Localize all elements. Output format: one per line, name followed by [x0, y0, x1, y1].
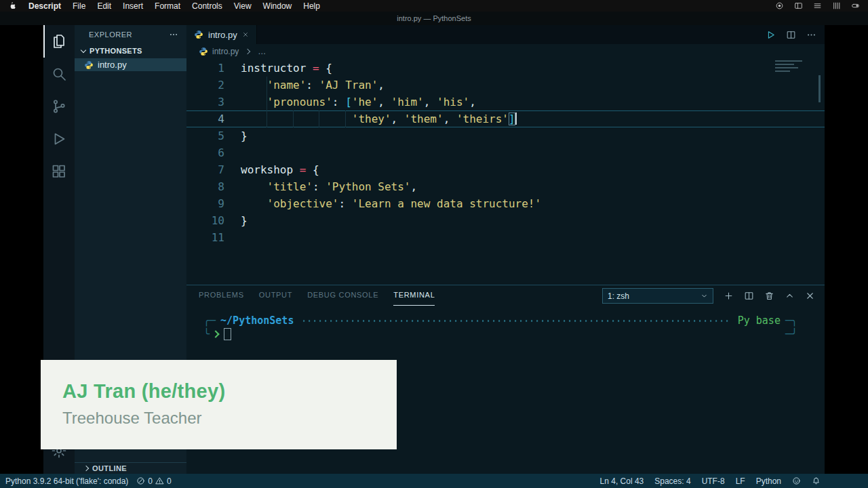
code-editor[interactable]: 1instructor = {2 'name': 'AJ Tran',3 'pr… [186, 59, 825, 285]
close-icon[interactable] [805, 291, 815, 301]
more-actions-icon[interactable] [806, 30, 816, 40]
explorer-icon [51, 33, 67, 49]
terminal[interactable]: ╭─ ~/PythonSets Py base ─╮ ╰ ─╯ [203, 314, 797, 341]
code-line: 7workshop = { [186, 161, 825, 178]
activity-run-debug[interactable] [43, 123, 75, 155]
line-number: 8 [186, 178, 224, 195]
file-list: intro.py [75, 58, 186, 71]
activity-source-control[interactable] [43, 90, 75, 123]
code-line: 11 [186, 229, 825, 246]
split-editor-icon[interactable] [786, 30, 796, 40]
code-text: 'pronouns': ['he', 'him', 'his', [224, 94, 476, 110]
line-number: 11 [186, 229, 224, 246]
terminal-path: ~/PythonSets [216, 314, 298, 327]
menu-item-help[interactable]: Help [303, 1, 320, 11]
activity-explorer[interactable] [43, 25, 75, 58]
chevron-down-icon [701, 292, 708, 300]
frame-top-left: ╭─ [203, 314, 216, 327]
breadcrumb-more[interactable]: … [258, 47, 266, 56]
menu-item-edit[interactable]: Edit [97, 1, 111, 11]
terminal-prompt-line-1: ╭─ ~/PythonSets Py base ─╮ [203, 314, 797, 327]
toggle-icon[interactable] [851, 1, 860, 10]
menu-item-format[interactable]: Format [155, 1, 180, 11]
feedback-icon[interactable] [792, 476, 801, 485]
status-language[interactable]: Python [756, 476, 781, 486]
code-text: 'objective': 'Learn a new data structure… [224, 195, 541, 212]
code-text: 'title': 'Python Sets', [224, 178, 417, 195]
macos-menu-bar: DescriptFileEditInsertFormatControlsView… [0, 0, 868, 12]
run-file-icon[interactable] [766, 30, 776, 40]
menu-item-controls[interactable]: Controls [192, 1, 222, 11]
terminal-env: Py base [733, 314, 785, 327]
list-icon[interactable] [813, 1, 822, 10]
bell-icon[interactable] [812, 476, 821, 485]
terminal-prompt-line-2: ╰ ─╯ [203, 327, 797, 341]
frame-bottom-right: ─╯ [785, 327, 797, 341]
editor-tab-bar: intro.py [186, 25, 825, 44]
menu-item-view[interactable]: View [234, 1, 252, 11]
panel-tab-debug-console[interactable]: DEBUG CONSOLE [307, 285, 378, 305]
panel-tab-problems[interactable]: PROBLEMS [199, 285, 244, 305]
line-number: 5 [186, 127, 224, 144]
panel-tab-terminal[interactable]: TERMINAL [393, 285, 435, 306]
menu-item-insert[interactable]: Insert [123, 1, 143, 11]
code-text [224, 229, 241, 246]
frame-top-right: ─╮ [785, 314, 797, 327]
text-cursor [515, 113, 517, 125]
python-interpreter[interactable]: Python 3.9.2 64-bit ('flake': conda) [5, 476, 128, 486]
python-file-icon [199, 47, 208, 56]
panel-tab-output[interactable]: OUTPUT [259, 285, 292, 305]
breadcrumb: intro.py … [186, 44, 825, 59]
folder-pythonsets[interactable]: PYTHONSETS [75, 43, 186, 58]
columns-icon[interactable] [832, 1, 841, 10]
menu-status-icons [775, 1, 860, 10]
lower-third-card: AJ Tran (he/they) Treehouse Teacher [41, 360, 397, 449]
tab-close[interactable] [242, 30, 249, 40]
menu-item-window[interactable]: Window [263, 1, 292, 11]
chevron-up-icon[interactable] [785, 291, 795, 301]
layout-icon[interactable] [794, 1, 803, 10]
line-number: 7 [186, 161, 224, 178]
status-indentation[interactable]: Spaces: 4 [654, 476, 690, 486]
minimap[interactable] [775, 60, 806, 74]
plus-icon[interactable] [724, 291, 734, 301]
breadcrumb-file[interactable]: intro.py [212, 47, 239, 56]
menu-app-name[interactable]: Descript [28, 1, 61, 11]
explorer-actions-icon[interactable] [169, 30, 178, 39]
source-control-icon [51, 98, 67, 115]
status-encoding[interactable]: UTF-8 [702, 476, 725, 486]
terminal-cursor [224, 328, 231, 340]
file-item-intro-py[interactable]: intro.py [75, 58, 186, 71]
activity-extensions[interactable] [43, 155, 75, 188]
apple-icon[interactable] [8, 1, 17, 10]
outline-section[interactable]: OUTLINE [75, 462, 193, 474]
prompt-fill-dots [302, 320, 728, 322]
record-icon[interactable] [775, 1, 784, 10]
window-title: intro.py — PythonSets [397, 14, 471, 22]
prompt-chevron-icon [212, 330, 219, 338]
code-line: 3 'pronouns': ['he', 'him', 'his', [186, 94, 825, 110]
panel-action-icons [724, 291, 815, 301]
indent-guide [293, 110, 294, 127]
status-cursor-position[interactable]: Ln 4, Col 43 [600, 476, 644, 486]
tab-intro-py[interactable]: intro.py [186, 25, 257, 44]
panel-header: PROBLEMSOUTPUTDEBUG CONSOLETERMINAL 1: z… [186, 285, 825, 306]
trash-icon[interactable] [764, 291, 774, 301]
split-icon[interactable] [744, 291, 754, 301]
chevron-right-icon [83, 466, 89, 471]
terminal-shell-select[interactable]: 1: zsh [602, 288, 713, 304]
code-text: 'they', 'them', 'theirs'] [224, 111, 517, 127]
menu-item-file[interactable]: File [73, 1, 85, 11]
explorer-title: EXPLORER [89, 30, 132, 39]
editor-scrollbar[interactable] [818, 75, 821, 102]
tabs: intro.py [186, 25, 825, 44]
activity-search[interactable] [43, 58, 75, 90]
code-line: 5} [186, 127, 825, 144]
code-text: 'name': 'AJ Tran', [224, 77, 384, 94]
extensions-icon [51, 163, 67, 180]
code-line: 4 'they', 'them', 'theirs'] [186, 110, 825, 127]
code-line: 9 'objective': 'Learn a new data structu… [186, 195, 825, 212]
problems-indicator[interactable]: 0 0 [136, 476, 171, 486]
status-bar: Python 3.9.2 64-bit ('flake': conda) 0 0… [0, 474, 868, 488]
status-eol[interactable]: LF [736, 476, 745, 486]
